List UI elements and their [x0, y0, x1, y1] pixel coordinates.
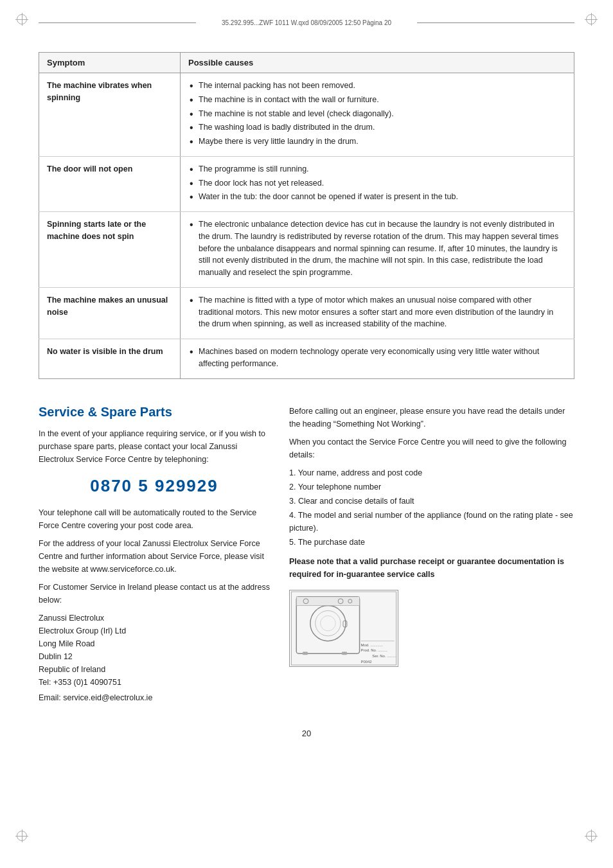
reg-mark-bottom-right: [585, 829, 598, 842]
cause-item: The machine is fitted with a type of mot…: [188, 294, 566, 330]
svg-text:Ser. No. .........: Ser. No. .........: [372, 654, 396, 658]
svg-rect-5: [296, 596, 359, 605]
svg-rect-10: [303, 651, 308, 655]
detail-item: 2. Your telephone number: [289, 481, 574, 493]
website-note: For the address of your local Zanussi El…: [39, 537, 270, 576]
cause-item: The washing load is badly distributed in…: [188, 121, 566, 134]
table-row: No water is visible in the drumMachines …: [39, 339, 574, 379]
reg-mark-top-right: [585, 13, 598, 26]
cause-item: The programme is still running.: [188, 163, 566, 175]
causes-cell: The internal packing has not been remove…: [181, 73, 574, 157]
phone-number: 0870 5 929929: [39, 476, 270, 496]
causes-cell: Machines based on modern technology oper…: [181, 339, 574, 379]
table-row: The machine vibrates when spinningThe in…: [39, 73, 574, 157]
symptom-cell: The door will not open: [39, 156, 181, 211]
cause-item: The door lock has not yet released.: [188, 177, 566, 190]
ireland-address: Zanussi ElectroluxElectrolux Group (Irl)…: [39, 612, 270, 689]
table-row: The machine makes an unusual noiseThe ma…: [39, 287, 574, 339]
address-line: Tel: +353 (0)1 4090751: [39, 676, 270, 689]
svg-rect-11: [342, 651, 347, 655]
service-section: Service & Spare Parts In the event of yo…: [39, 405, 574, 709]
routing-note: Your telephone call will be automaticall…: [39, 506, 270, 532]
detail-item: 1. Your name, address and post code: [289, 466, 574, 479]
address-line: Long Mile Road: [39, 637, 270, 650]
reg-mark-bottom-left: [15, 829, 28, 842]
service-intro: In the event of your appliance requiring…: [39, 427, 270, 466]
symptom-cell: Spinning starts late or the machine does…: [39, 212, 181, 288]
causes-cell: The electronic unbalance detection devic…: [181, 212, 574, 288]
causes-cell: The programme is still running.The door …: [181, 156, 574, 211]
table-row: The door will not openThe programme is s…: [39, 156, 574, 211]
col-causes: Possible causes: [181, 53, 574, 73]
cause-item: The internal packing has not been remove…: [188, 80, 566, 92]
causes-cell: The machine is fitted with a type of mot…: [181, 287, 574, 339]
rating-plate: P0042 Mod. ............ Prod. No. ......…: [289, 590, 398, 667]
ireland-intro: For Customer Service in Ireland please c…: [39, 581, 270, 607]
service-title: Service & Spare Parts: [39, 405, 270, 420]
address-line: Zanussi Electrolux: [39, 612, 270, 624]
svg-text:P0042: P0042: [361, 660, 372, 664]
table-row: Spinning starts late or the machine does…: [39, 212, 574, 288]
svg-text:Prod. No. .........: Prod. No. .........: [361, 648, 388, 652]
cause-item: Water in the tub: the door cannot be ope…: [188, 191, 566, 203]
service-left: Service & Spare Parts In the event of yo…: [39, 405, 270, 709]
cause-item: Maybe there is very little laundry in th…: [188, 136, 566, 148]
svg-text:Mod. ............: Mod. ............: [361, 642, 384, 646]
right-intro: Before calling out an engineer, please e…: [289, 405, 574, 430]
detail-item: 3. Clear and concise details of fault: [289, 495, 574, 508]
trouble-table: Symptom Possible causes The machine vibr…: [39, 52, 574, 379]
print-header: 35.292.995...ZWF 1011 W.qxd 08/09/2005 1…: [39, 19, 574, 26]
right-contact: When you contact the Service Force Centr…: [289, 436, 574, 461]
address-line: Electrolux Group (Irl) Ltd: [39, 624, 270, 637]
print-info: 35.292.995...ZWF 1011 W.qxd 08/09/2005 1…: [222, 19, 391, 26]
detail-item: 4. The model and serial number of the ap…: [289, 509, 574, 535]
symptom-cell: The machine vibrates when spinning: [39, 73, 181, 157]
email: Email: service.eid@electrolux.ie: [39, 691, 270, 704]
bold-note: Please note that a valid purchase receip…: [289, 555, 574, 581]
symptom-cell: The machine makes an unusual noise: [39, 287, 181, 339]
page-number: 20: [39, 729, 574, 738]
cause-item: The machine is in contact with the wall …: [188, 94, 566, 106]
cause-item: Machines based on modern technology oper…: [188, 346, 566, 370]
cause-item: The machine is not stable and level (che…: [188, 108, 566, 120]
detail-item: 5. The purchase date: [289, 536, 574, 549]
cause-item: The electronic unbalance detection devic…: [188, 218, 566, 279]
service-right: Before calling out an engineer, please e…: [289, 405, 574, 709]
reg-mark-top-left: [15, 13, 28, 26]
page-container: 35.292.995...ZWF 1011 W.qxd 08/09/2005 1…: [0, 0, 613, 868]
col-symptom: Symptom: [39, 53, 181, 73]
address-line: Dublin 12: [39, 650, 270, 663]
details-list: 1. Your name, address and post code2. Yo…: [289, 466, 574, 549]
address-line: Republic of Ireland: [39, 663, 270, 676]
symptom-cell: No water is visible in the drum: [39, 339, 181, 379]
